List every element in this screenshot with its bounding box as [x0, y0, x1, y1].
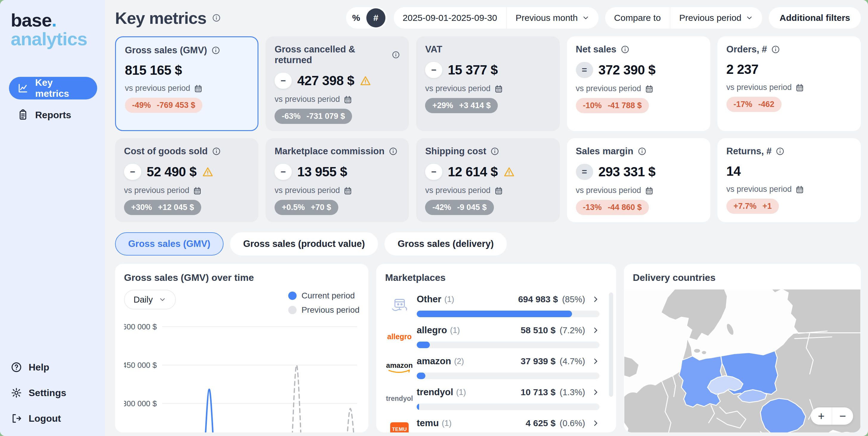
card-title: Net sales [576, 44, 702, 55]
vs-previous-label: vs previous period [125, 84, 190, 93]
calendar-icon[interactable] [645, 84, 654, 93]
card-title: Gross sales (GMV) [125, 45, 249, 56]
marketplace-value: 37 939 $ [521, 356, 556, 366]
info-icon[interactable] [211, 46, 220, 55]
card-title: Orders, # [726, 44, 852, 55]
exclude-toggle[interactable]: − [425, 164, 442, 180]
calendar-icon[interactable] [343, 95, 352, 104]
temu-logo: TEMU [390, 422, 409, 432]
interval-dropdown[interactable]: Daily [124, 290, 176, 309]
metric-card-vat[interactable]: VAT−15 377 $vs previous period+29%+3 414… [416, 36, 559, 131]
exclude-toggle[interactable]: − [425, 62, 442, 78]
marketplace-row-trendyol[interactable]: trendyoltrendyol(1)10 713 $(1.3%) [385, 379, 607, 410]
metric-card-gross-cancelled-returned[interactable]: Gross cancelled & returned−427 398 $vs p… [266, 36, 409, 131]
map-country-poland[interactable] [721, 351, 778, 397]
info-icon[interactable] [776, 147, 784, 156]
warning-icon[interactable] [360, 75, 371, 87]
badge-percent: -42% [432, 203, 451, 212]
calendar-icon[interactable] [645, 186, 654, 195]
sidebar-item-settings[interactable]: Settings [11, 387, 97, 399]
sidebar-item-key-metrics[interactable]: Key metrics [9, 77, 97, 99]
marketplaces-panel: Marketplaces Other(1)694 983 $(85%)alleg… [376, 264, 616, 432]
calendar-icon[interactable] [795, 185, 804, 194]
vs-previous-label: vs previous period [275, 95, 340, 104]
badge-percent: +0.5% [282, 203, 305, 212]
marketplace-value: 58 510 $ [521, 325, 556, 335]
metric-card-sales-margin[interactable]: Sales margin=293 331 $vs previous period… [567, 138, 710, 222]
equals-toggle[interactable]: = [576, 164, 593, 180]
tab-gross-sales-gmv-[interactable]: Gross sales (GMV) [115, 232, 223, 256]
info-icon[interactable] [389, 147, 398, 156]
tab-gross-sales-product-value-[interactable]: Gross sales (product value) [230, 232, 378, 256]
line-chart[interactable]: 600 000 $450 000 $300 000 $150 000 $0.00… [124, 315, 360, 432]
change-badge: -10%-41 788 $ [576, 98, 649, 113]
metric-card-marketplace-commission[interactable]: Marketplace commission−13 955 $vs previo… [266, 138, 409, 222]
logo-dot: . [52, 10, 56, 30]
date-preset-dropdown[interactable]: Previous month [507, 7, 598, 29]
sidebar-item-help[interactable]: Help [11, 362, 97, 373]
calendar-icon[interactable] [193, 186, 202, 195]
warning-icon[interactable] [202, 166, 214, 178]
map-zoom-out-button[interactable]: − [832, 407, 853, 425]
sidebar: base. analytics Key metricsReports HelpS… [0, 0, 105, 436]
marketplace-row-amazon[interactable]: amazonamazon(2)37 939 $(4.7%) [385, 348, 607, 379]
logout-icon [11, 413, 22, 424]
legend-item-previous-period[interactable]: Previous period [288, 305, 360, 315]
marketplaces-list: Other(1)694 983 $(85%)allegroallegro(1)5… [385, 286, 607, 432]
legend-item-current-period[interactable]: Current period [288, 291, 360, 301]
chevron-down-icon [745, 14, 753, 22]
exclude-toggle[interactable]: − [275, 73, 292, 89]
sidebar-item-reports[interactable]: Reports [9, 104, 97, 126]
sidebar-item-label: Settings [29, 388, 66, 399]
marketplace-icon: amazon [385, 361, 414, 374]
chevron-right-icon [592, 388, 599, 396]
info-icon[interactable] [212, 13, 221, 22]
marketplace-icon: trendyol [385, 395, 414, 403]
marketplace-row-other[interactable]: Other(1)694 983 $(85%) [385, 286, 607, 317]
info-icon[interactable] [490, 147, 499, 156]
compare-to-label[interactable]: Compare to [605, 7, 670, 29]
metric-card-shipping-cost[interactable]: Shipping cost−12 614 $vs previous period… [416, 138, 559, 222]
unit-percent-option[interactable]: % [346, 13, 366, 23]
calendar-icon[interactable] [494, 84, 503, 93]
calendar-icon[interactable] [795, 83, 804, 92]
card-title: Sales margin [576, 146, 702, 157]
exclude-toggle[interactable]: − [124, 164, 141, 180]
gear-icon [11, 387, 22, 399]
metric-card-orders-[interactable]: Orders, #2 237vs previous period-17%-462 [717, 36, 861, 131]
sidebar-item-logout[interactable]: Logout [11, 413, 97, 424]
date-range-input[interactable]: 2025-09-01-2025-09-30 [394, 7, 506, 29]
calendar-icon[interactable] [194, 84, 203, 93]
warning-icon[interactable] [503, 166, 515, 178]
metric-card-returns-[interactable]: Returns, #14vs previous period+7.7%+1 [717, 138, 861, 222]
marketplace-row-temu[interactable]: TEMUtemu(1)4 625 $(0.6%) [385, 410, 607, 432]
map-zoom-in-button[interactable]: + [811, 407, 832, 425]
unit-count-option[interactable]: # [366, 8, 385, 27]
info-icon[interactable] [771, 45, 780, 54]
tab-gross-sales-delivery-[interactable]: Gross sales (delivery) [384, 232, 507, 256]
info-icon[interactable] [621, 45, 629, 54]
metric-card-net-sales[interactable]: Net sales=372 390 $vs previous period-10… [567, 36, 710, 131]
change-badge: +7.7%+1 [726, 199, 779, 214]
equals-toggle[interactable]: = [576, 62, 593, 78]
calendar-icon[interactable] [494, 186, 503, 195]
compare-value-dropdown[interactable]: Previous period [671, 7, 762, 29]
unit-toggle[interactable]: % # [346, 7, 387, 29]
marketplace-name: amazon [417, 356, 451, 367]
metric-cards-grid: Gross sales (GMV)815 165 $vs previous pe… [115, 36, 861, 222]
info-icon[interactable] [212, 147, 221, 156]
additional-filters-button[interactable]: Additional filters [769, 7, 861, 29]
badge-percent: +29% [432, 101, 453, 110]
marketplace-row-allegro[interactable]: allegroallegro(1)58 510 $(7.2%) [385, 317, 607, 348]
change-badge: -13%-44 860 $ [576, 200, 649, 215]
card-value: 52 490 $ [147, 164, 196, 179]
info-icon[interactable] [392, 50, 400, 59]
vs-previous-label: vs previous period [275, 186, 340, 195]
metric-card-gross-sales-gmv-[interactable]: Gross sales (GMV)815 165 $vs previous pe… [115, 36, 258, 131]
metric-card-cost-of-goods-sold[interactable]: Cost of goods sold−52 490 $vs previous p… [115, 138, 258, 222]
marketplaces-scrollbar[interactable] [609, 293, 613, 397]
exclude-toggle[interactable]: − [275, 164, 292, 180]
calendar-icon[interactable] [343, 186, 352, 195]
badge-delta: +12 045 $ [158, 203, 194, 212]
info-icon[interactable] [638, 147, 647, 156]
